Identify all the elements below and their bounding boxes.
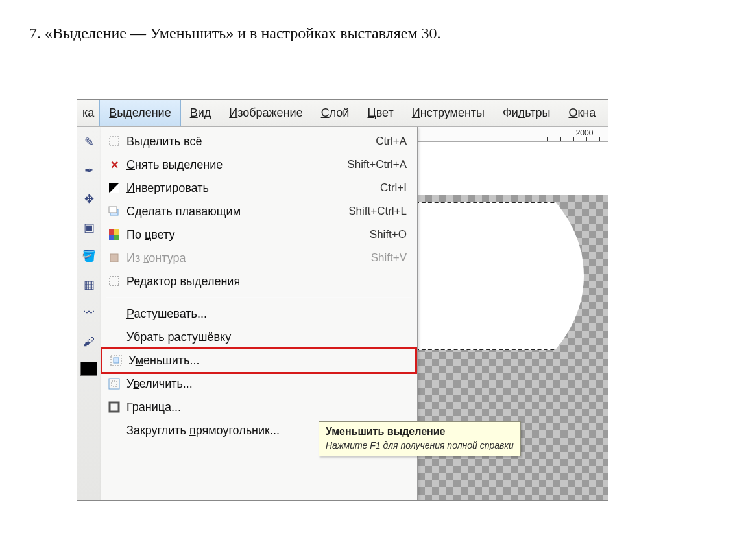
menuitem-select-all[interactable]: Выделить всё Ctrl+A (101, 130, 417, 153)
tool-smudge-icon[interactable]: 〰 (80, 305, 97, 321)
tool-grid-icon[interactable]: ▦ (80, 276, 97, 293)
svg-rect-6 (109, 235, 114, 240)
screenshot-frame: ка Выделение Вид Изображение Слой Цвет И… (77, 99, 608, 501)
menu-filters[interactable]: Фильтры (494, 100, 559, 126)
menu-color[interactable]: Цвет (358, 100, 402, 126)
svg-rect-5 (114, 229, 119, 235)
horizontal-ruler: 2000 (418, 127, 608, 142)
select-all-icon (106, 135, 123, 147)
menuitem-shrink[interactable]: Уменьшить... (101, 347, 417, 374)
menuitem-invert[interactable]: Инвертировать Ctrl+I (101, 176, 417, 200)
menuitem-grow[interactable]: Увеличить... (101, 372, 417, 395)
page-instruction: 7. «Выделение — Уменьшить» и в настройка… (29, 25, 441, 42)
svg-rect-3 (109, 207, 117, 213)
svg-rect-4 (109, 229, 114, 235)
tool-pen-icon[interactable]: ✒ (80, 162, 97, 179)
menuitem-selection-editor[interactable]: Редактор выделения (101, 270, 417, 293)
svg-rect-13 (109, 379, 119, 389)
editor-icon (106, 275, 123, 287)
tool-brush-icon[interactable]: 🖌 (80, 333, 97, 350)
ruler-mark: 2000 (576, 128, 594, 137)
tool-move-icon[interactable]: ✥ (80, 191, 97, 207)
menu-separator (106, 297, 412, 298)
menuitem-select-none[interactable]: ✕ Снять выделение Shift+Ctrl+A (101, 153, 417, 176)
tool-bucket-icon[interactable]: 🪣 (80, 248, 97, 264)
svg-rect-12 (112, 381, 117, 386)
shrink-icon (108, 355, 125, 366)
tooltip-title: Уменьшить выделение (326, 426, 514, 438)
menu-view[interactable]: Вид (181, 100, 221, 126)
menuitem-feather[interactable]: Растушевать... (101, 302, 417, 325)
svg-rect-0 (110, 137, 119, 146)
svg-rect-8 (110, 254, 118, 262)
menuitem-border[interactable]: Граница... (101, 395, 417, 419)
menu-tools[interactable]: Инструменты (403, 100, 494, 126)
tool-crop-icon[interactable]: ▣ (80, 219, 97, 236)
by-color-icon (106, 229, 123, 240)
menuitem-by-color[interactable]: По цвету Shift+O (101, 223, 417, 246)
menu-windows[interactable]: Окна (559, 100, 596, 126)
svg-rect-7 (114, 235, 119, 240)
tooltip-body: Нажмите F1 для получения полной справки (326, 440, 514, 450)
menuitem-sharpen[interactable]: Убрать растушёвку (101, 325, 417, 349)
svg-rect-9 (110, 277, 119, 286)
menu-layer[interactable]: Слой (312, 100, 359, 126)
menubar: ка Выделение Вид Изображение Слой Цвет И… (77, 100, 608, 127)
from-path-icon (106, 252, 123, 264)
invert-icon (106, 182, 123, 194)
tooltip: Уменьшить выделение Нажмите F1 для получ… (319, 421, 521, 456)
toolbox-edge: ✎ ✒ ✥ ▣ 🪣 ▦ 〰 🖌 (77, 127, 101, 500)
svg-rect-14 (110, 402, 119, 412)
float-icon (106, 205, 123, 217)
grow-icon (106, 378, 123, 390)
menubar-partial-item: ка (81, 100, 99, 126)
menu-image[interactable]: Изображение (220, 100, 311, 126)
svg-rect-11 (114, 358, 119, 363)
menu-selection[interactable]: Выделение (99, 100, 180, 126)
menuitem-from-path: Из контура Shift+V (101, 246, 417, 270)
menuitem-float[interactable]: Сделать плавающим Shift+Ctrl+L (101, 200, 417, 223)
fg-color-swatch[interactable] (80, 362, 97, 376)
close-x-icon: ✕ (106, 159, 123, 171)
tool-lasso-icon[interactable]: ✎ (80, 134, 97, 150)
border-icon (106, 401, 123, 413)
selection-marquee (415, 202, 586, 350)
